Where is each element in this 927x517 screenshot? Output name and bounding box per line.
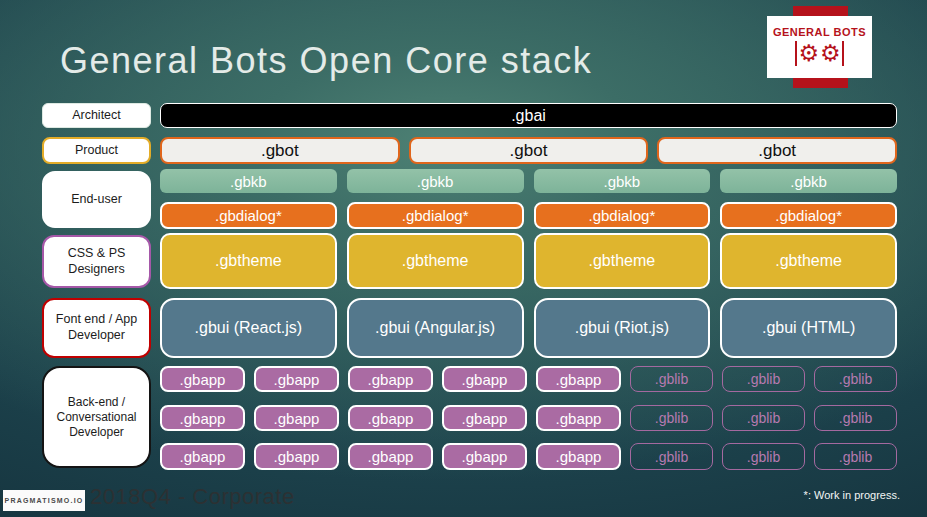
gbapp-box: .gbapp: [160, 443, 245, 470]
row-gbapp-3: .gbapp .gbapp .gbapp .gbapp .gbapp .gbli…: [160, 443, 897, 470]
row-gbdialog: .gbdialog* .gbdialog* .gbdialog* .gbdial…: [160, 202, 897, 229]
gbapp-box: .gbapp: [254, 443, 339, 470]
axle-line-icon: [842, 41, 845, 66]
gbtheme-box: .gbtheme: [347, 233, 524, 289]
row-label-product: Product: [42, 137, 151, 164]
gbkb-box: .gbkb: [720, 169, 897, 193]
row-gbapp-1: .gbapp .gbapp .gbapp .gbapp .gbapp .gbli…: [160, 366, 897, 392]
gbui-riot-box: .gbui (Riot.js): [534, 298, 711, 358]
gbapp-box: .gbapp: [536, 443, 621, 470]
gbapp-box: .gbapp: [442, 366, 527, 392]
row-gbkb: .gbkb .gbkb .gbkb .gbkb: [160, 169, 897, 193]
gbot-box: .gbot: [657, 137, 897, 164]
row-label-end-user: End-user: [42, 171, 151, 228]
gbapp-box: .gbapp: [442, 443, 527, 470]
row-label-css-ps-designers: CSS & PS Designers: [42, 235, 151, 288]
gbdialog-box: .gbdialog*: [347, 202, 524, 229]
gbot-box: .gbot: [409, 137, 649, 164]
gblib-box: .gblib: [814, 366, 897, 392]
gblib-box: .gblib: [722, 405, 805, 431]
gbkb-box: .gbkb: [347, 169, 524, 193]
gblib-box: .gblib: [722, 443, 805, 470]
gbtheme-box: .gbtheme: [534, 233, 711, 289]
row-label-backend-conversational-developer: Back-end / Conversational Developer: [42, 366, 151, 468]
row-gbot: .gbot .gbot .gbot: [160, 137, 897, 164]
slide: General Bots Open Core stack GENERAL BOT…: [0, 0, 927, 517]
gear-icon: ⚙: [798, 42, 819, 65]
gbapp-box: .gbapp: [160, 366, 245, 392]
gbapp-box: .gbapp: [442, 405, 527, 431]
gbapp-box: .gbapp: [254, 366, 339, 392]
pragmatismo-watermark: PRAGMATISMO.IO: [3, 490, 85, 511]
gbkb-box: .gbkb: [160, 169, 337, 193]
gblib-box: .gblib: [722, 366, 805, 392]
gbai-box: .gbai: [160, 103, 897, 128]
gbapp-box: .gbapp: [348, 366, 433, 392]
gbdialog-box: .gbdialog*: [720, 202, 897, 229]
gbapp-box: .gbapp: [536, 405, 621, 431]
gblib-box: .gblib: [814, 405, 897, 431]
page-title: General Bots Open Core stack: [60, 40, 592, 82]
gears-icon: ⚙⚙: [795, 39, 844, 69]
gbkb-box: .gbkb: [534, 169, 711, 193]
gbui-html-box: .gbui (HTML): [720, 298, 897, 358]
gbdialog-box: .gbdialog*: [160, 202, 337, 229]
general-bots-logo: GENERAL BOTS ⚙⚙: [767, 16, 872, 78]
gblib-box: .gblib: [630, 366, 713, 392]
gbui-react-box: .gbui (React.js): [160, 298, 337, 358]
gbapp-box: .gbapp: [254, 405, 339, 431]
row-label-architect: Architect: [42, 103, 151, 128]
gbot-box: .gbot: [160, 137, 400, 164]
gblib-box: .gblib: [630, 405, 713, 431]
logo-brand-text: GENERAL BOTS: [773, 26, 866, 38]
gblib-box: .gblib: [814, 443, 897, 470]
row-gbui: .gbui (React.js) .gbui (Angular.js) .gbu…: [160, 298, 897, 358]
gbtheme-box: .gbtheme: [160, 233, 337, 289]
row-gbapp-2: .gbapp .gbapp .gbapp .gbapp .gbapp .gbli…: [160, 405, 897, 431]
gbapp-box: .gbapp: [348, 405, 433, 431]
row-label-frontend-app-developer: Font end / App Developer: [42, 298, 151, 358]
work-in-progress-note: *: Work in progress.: [804, 489, 900, 501]
slide-caption: 2018Q4 - Corporate: [90, 484, 295, 510]
gbapp-box: .gbapp: [348, 443, 433, 470]
gblib-box: .gblib: [630, 443, 713, 470]
gbapp-box: .gbapp: [536, 366, 621, 392]
gear-icon: ⚙: [820, 42, 841, 65]
gbtheme-box: .gbtheme: [720, 233, 897, 289]
gbui-angular-box: .gbui (Angular.js): [347, 298, 524, 358]
row-gbtheme: .gbtheme .gbtheme .gbtheme .gbtheme: [160, 233, 897, 289]
gbdialog-box: .gbdialog*: [534, 202, 711, 229]
row-gbai: .gbai: [160, 103, 897, 128]
gbapp-box: .gbapp: [160, 405, 245, 431]
axle-line-icon: [795, 41, 798, 66]
